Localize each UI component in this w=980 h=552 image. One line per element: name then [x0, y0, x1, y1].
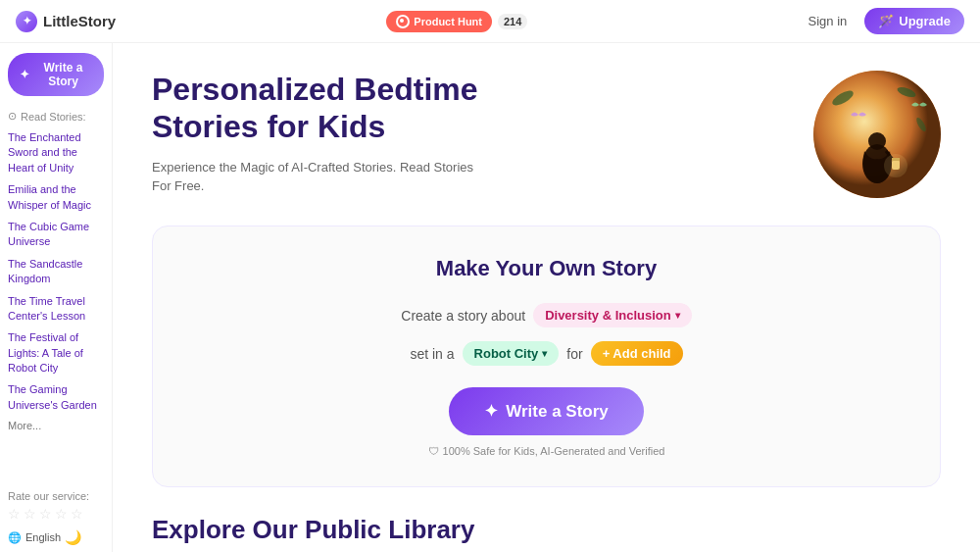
story-link-7[interactable]: The Gaming Universe's Garden: [8, 382, 104, 413]
story-options: Create a story about Diversity & Inclusi…: [192, 303, 901, 366]
read-stories-label: ⊙ Read Stories:: [8, 110, 104, 123]
logo: ✦ LittleStory: [16, 11, 116, 32]
safe-text: 🛡 100% Safe for Kids, AI-Generated and V…: [192, 445, 901, 457]
chevron-down-icon: ▾: [675, 310, 680, 321]
story-card-title: Make Your Own Story: [192, 256, 901, 281]
upgrade-label: Upgrade: [899, 14, 951, 28]
story-card: Make Your Own Story Create a story about…: [152, 226, 941, 487]
upgrade-button[interactable]: 🪄 Upgrade: [864, 8, 964, 34]
explore-section: Explore Our Public Library Any age ▾ Eve…: [152, 515, 941, 552]
set-in-prefix: set in a: [410, 346, 454, 362]
star-3[interactable]: ☆: [39, 506, 52, 522]
product-hunt-icon: [396, 15, 410, 28]
create-prefix: Create a story about: [401, 308, 525, 324]
story-row-2: set in a Robot City ▾ for + Add child: [410, 341, 682, 366]
setting-label: Robot City: [474, 346, 539, 361]
sidebar: ✦ Write a Story ⊙ Read Stories: The Ench…: [0, 43, 113, 552]
language-label: English: [25, 531, 61, 543]
globe-icon: 🌐: [8, 531, 22, 544]
read-stories-text: Read Stories:: [21, 111, 86, 123]
star-1[interactable]: ☆: [8, 506, 21, 522]
write-story-sidebar-button[interactable]: ✦ Write a Story: [8, 53, 104, 96]
write-story-button[interactable]: ✦ Write a Story: [449, 387, 644, 435]
upgrade-icon: 🪄: [878, 14, 894, 28]
check-icon: ⊙: [8, 110, 17, 123]
logo-icon: ✦: [16, 11, 37, 32]
product-hunt-label: Product Hunt: [414, 16, 482, 27]
logo-text: LittleStory: [43, 13, 116, 29]
layout: ✦ Write a Story ⊙ Read Stories: The Ench…: [0, 43, 980, 552]
story-link-4[interactable]: The Sandcastle Kingdom: [8, 257, 104, 287]
product-hunt-badge[interactable]: Product Hunt: [386, 11, 492, 32]
write-story-label: Write a Story: [506, 402, 609, 422]
hero-subtitle: Experience the Magic of AI-Crafted Stori…: [152, 158, 485, 196]
header-right: Sign in 🪄 Upgrade: [799, 8, 964, 34]
svg-point-7: [868, 132, 886, 150]
story-link-3[interactable]: The Cubic Game Universe: [8, 220, 104, 250]
wand-icon: ✦: [20, 68, 29, 81]
hero-title: Personalized Bedtime Stories for Kids: [152, 71, 505, 146]
star-rating[interactable]: ☆ ☆ ☆ ☆ ☆: [8, 506, 104, 522]
story-row-1: Create a story about Diversity & Inclusi…: [401, 303, 691, 327]
svg-point-11: [884, 154, 907, 177]
hero-illustration: [813, 71, 941, 198]
main-content: Personalized Bedtime Stories for Kids Ex…: [113, 43, 980, 552]
product-hunt-count: 214: [498, 14, 527, 29]
hero-text: Personalized Bedtime Stories for Kids Ex…: [152, 71, 505, 196]
more-link[interactable]: More...: [8, 420, 104, 431]
story-link-6[interactable]: The Festival of Lights: A Tale of Robot …: [8, 330, 104, 376]
header: ✦ LittleStory Product Hunt 214 Sign in 🪄…: [0, 0, 980, 43]
story-link-2[interactable]: Emilia and the Whisper of Magic: [8, 182, 104, 213]
wand-icon-2: ✦: [484, 401, 498, 422]
language-selector[interactable]: 🌐 English 🌙: [8, 529, 104, 545]
header-center: Product Hunt 214: [386, 11, 527, 32]
sign-in-button[interactable]: Sign in: [799, 8, 858, 34]
hero-section: Personalized Bedtime Stories for Kids Ex…: [152, 71, 941, 198]
star-2[interactable]: ☆: [24, 506, 36, 522]
safe-text-label: 100% Safe for Kids, AI-Generated and Ver…: [443, 445, 665, 457]
add-child-label: + Add child: [603, 346, 671, 361]
svg-point-1: [400, 19, 404, 23]
rate-service-label: Rate our service:: [8, 490, 104, 502]
add-child-button[interactable]: + Add child: [591, 341, 683, 366]
topic-label: Diversity & Inclusion: [545, 308, 671, 323]
setting-dropdown[interactable]: Robot City ▾: [463, 341, 560, 366]
explore-title: Explore Our Public Library: [152, 515, 941, 545]
for-label: for: [566, 346, 582, 362]
write-story-sidebar-label: Write a Story: [34, 61, 92, 88]
chevron-down-icon-2: ▾: [542, 348, 547, 359]
hero-image: [813, 71, 941, 198]
moon-icon: 🌙: [65, 529, 81, 545]
star-5[interactable]: ☆: [71, 506, 83, 522]
star-4[interactable]: ☆: [55, 506, 68, 522]
story-link-5[interactable]: The Time Travel Center's Lesson: [8, 294, 104, 325]
story-link-1[interactable]: The Enchanted Sword and the Heart of Uni…: [8, 130, 104, 176]
topic-dropdown[interactable]: Diversity & Inclusion ▾: [533, 303, 692, 327]
shield-icon: 🛡: [428, 445, 439, 457]
